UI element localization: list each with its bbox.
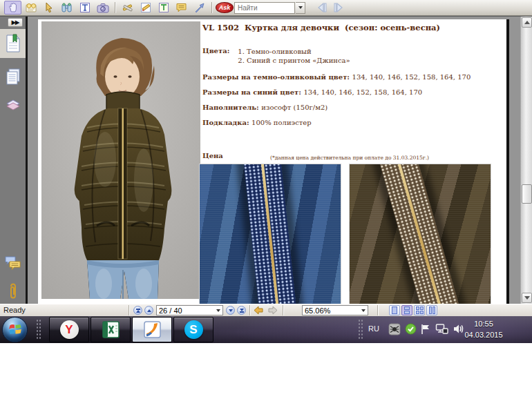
typewriter-button[interactable] [155, 1, 172, 14]
doc-lining: Подкладка: 100% полиэстер [202, 119, 312, 126]
ask-logo: Ask [216, 2, 234, 13]
scroll-up-button[interactable] [522, 17, 532, 28]
snapshot-button[interactable] [94, 1, 111, 14]
doc-sizes-olive: Размеры на темно-оливковый цвет: 134, 14… [202, 73, 471, 81]
next-result-icon [333, 2, 345, 13]
sidebar-comments-button[interactable] [0, 249, 26, 278]
color-option-2: 2. Синий с принтом «Джинса» [238, 56, 350, 65]
zoom-level-input[interactable] [303, 306, 359, 315]
page-indicator-box [156, 305, 223, 315]
clock-time: 10:55 [452, 318, 515, 329]
facing-view-icon [416, 306, 424, 314]
page-dropdown-button[interactable] [214, 306, 222, 315]
fabric-swatch-blue [199, 164, 341, 304]
scroll-down-button[interactable] [522, 293, 532, 303]
foxit-reader-icon [143, 320, 162, 339]
tray-action-center-button[interactable] [420, 323, 430, 338]
previous-result-icon [315, 2, 327, 13]
pdf-toolbar: Ask [0, 0, 532, 16]
ask-search-input[interactable] [234, 2, 295, 14]
arrow-annotation-icon [194, 2, 205, 13]
empty-desktop-area [0, 343, 532, 399]
status-ready-text: Ready [3, 306, 26, 314]
page-number-input[interactable] [157, 306, 214, 315]
pencil-annotation-button[interactable] [137, 1, 154, 14]
facing-view-button[interactable] [414, 305, 425, 315]
tray-grip [358, 319, 364, 340]
colors-label: Цвета: [202, 47, 229, 65]
navigation-sidebar: ▶▶ [0, 17, 28, 304]
statusbar-separator [129, 305, 129, 315]
desktop: Ask ▶▶ [0, 0, 532, 399]
next-page-button[interactable] [226, 306, 235, 315]
note-comment-button[interactable] [173, 1, 190, 14]
tray-status-ok-button[interactable] [405, 323, 417, 338]
hand-tool-button[interactable] [4, 1, 21, 14]
search-next-button[interactable] [330, 1, 348, 14]
model-photo [41, 21, 200, 299]
typewriter-icon [158, 2, 169, 13]
select-text-icon [79, 2, 91, 13]
windows-taskbar: Y S RU [0, 316, 532, 343]
select-text-button[interactable] [76, 1, 93, 14]
statusbar-separator [283, 305, 283, 315]
reading-mode-button[interactable] [22, 1, 39, 14]
statusbar-separator [377, 305, 378, 315]
continuous-view-button[interactable] [401, 305, 412, 315]
zoom-dropdown-button[interactable] [359, 306, 368, 315]
search-previous-button[interactable] [312, 1, 330, 14]
single-page-view-button[interactable] [389, 305, 400, 315]
arrow-up-icon [147, 309, 151, 312]
history-back-button[interactable] [253, 306, 264, 316]
sidebar-pages-button[interactable] [0, 62, 26, 91]
pages-icon [5, 68, 21, 86]
scrollbar-thumb[interactable] [522, 184, 532, 204]
chevron-down-icon [216, 309, 220, 312]
search-tool-button[interactable] [58, 1, 75, 14]
previous-page-button[interactable] [144, 306, 153, 315]
paperclip-icon [7, 282, 19, 300]
excel-icon [102, 320, 120, 339]
zoom-level-box [302, 305, 368, 315]
sidebar-layers-button[interactable] [0, 90, 26, 119]
taskbar-foxit-reader-button[interactable] [132, 317, 172, 342]
sidebar-attachments-button[interactable] [0, 277, 26, 304]
taskbar-clock[interactable]: 10:55 04.03.2015 [452, 318, 515, 340]
continuous-facing-view-button[interactable] [426, 305, 437, 315]
comment-bubble-icon [175, 2, 187, 13]
attach-tools-button[interactable] [119, 1, 136, 14]
comments-icon [4, 255, 22, 272]
bookmarks-icon [5, 34, 21, 53]
tray-antivirus-button[interactable] [388, 323, 401, 338]
tray-network-button[interactable] [435, 323, 448, 338]
sidebar-bookmarks-button[interactable] [0, 29, 26, 58]
chevron-down-icon [298, 6, 303, 9]
arrow-down-icon [229, 309, 233, 312]
language-indicator[interactable]: RU [368, 324, 379, 333]
search-dropdown-button[interactable] [296, 2, 305, 14]
history-forward-button[interactable] [267, 306, 278, 316]
last-page-button[interactable] [237, 306, 246, 315]
vertical-scrollbar[interactable] [520, 17, 532, 304]
doc-title: VL 1502 Куртка для девочки (сезон: осень… [202, 23, 506, 32]
flag-icon [420, 323, 430, 335]
first-page-button[interactable] [133, 306, 142, 315]
layers-icon [4, 97, 22, 112]
triangle-up-icon [524, 21, 530, 24]
select-annotation-button[interactable] [40, 1, 57, 14]
taskbar-excel-button[interactable] [91, 317, 131, 342]
continuous-facing-icon [429, 306, 435, 314]
forward-arrow-icon [267, 306, 278, 315]
start-button[interactable] [2, 317, 28, 342]
back-arrow-icon [253, 306, 264, 315]
sidebar-expand-button[interactable]: ▶▶ [8, 18, 23, 27]
hand-icon [8, 2, 19, 13]
document-pane: VL 1502 Куртка для девочки (сезон: осень… [30, 17, 520, 304]
drawing-arrow-button[interactable] [191, 1, 208, 14]
pencil-icon [140, 2, 151, 13]
doc-filler: Наполнитель: изософт (150г/м2) [202, 104, 327, 111]
single-page-icon [392, 306, 397, 314]
toolbar-separator [211, 2, 212, 13]
taskbar-skype-button[interactable]: S [173, 317, 213, 342]
taskbar-yandex-browser-button[interactable]: Y [49, 317, 89, 342]
